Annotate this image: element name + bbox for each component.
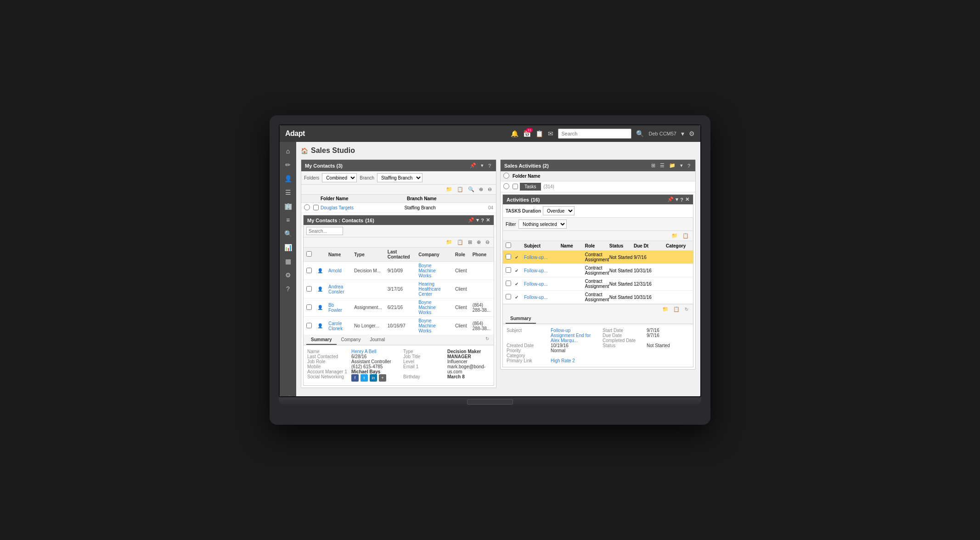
pin-btn[interactable]: 📌: [468, 162, 478, 169]
tasks-tab[interactable]: Tasks: [520, 183, 541, 191]
act-tbl-folder-btn[interactable]: 📁: [670, 232, 679, 239]
folder-checkbox[interactable]: [313, 205, 319, 210]
folder-name-link[interactable]: Douglas Targets: [321, 205, 404, 210]
act-subject[interactable]: Follow-up...: [524, 295, 561, 300]
act-row-checkbox[interactable]: [506, 267, 511, 273]
mail-icon[interactable]: ✉: [548, 130, 553, 137]
user-dropdown-icon[interactable]: ▾: [681, 130, 684, 137]
select-all-checkbox[interactable]: [306, 251, 312, 257]
sidebar-settings-icon[interactable]: ⚙: [283, 270, 293, 281]
help-btn[interactable]: ?: [487, 163, 492, 169]
contacts-search[interactable]: [306, 227, 343, 235]
act-subject[interactable]: Follow-up...: [524, 255, 561, 260]
contact-company[interactable]: Boyne Machine Works: [416, 262, 452, 280]
contact-company[interactable]: Boyne Machine Works: [416, 317, 452, 335]
other-social-icon[interactable]: +: [379, 374, 386, 382]
twitter-icon[interactable]: t: [360, 374, 368, 382]
folder-radio[interactable]: [304, 204, 310, 210]
sa-radio[interactable]: [503, 173, 509, 179]
act-row-checkbox[interactable]: [506, 254, 511, 259]
sidebar-list-icon[interactable]: ☰: [283, 187, 293, 198]
contact-name[interactable]: Arnold: [326, 262, 351, 280]
act-bot-folder-btn[interactable]: 📁: [661, 306, 670, 313]
sidebar-table-icon[interactable]: ▦: [283, 256, 293, 267]
sidebar-help-icon[interactable]: ?: [284, 283, 292, 294]
sa-down-btn[interactable]: ▾: [679, 162, 684, 169]
act-select-all[interactable]: [506, 242, 511, 248]
tbl-copy-btn[interactable]: 📋: [456, 239, 465, 246]
tbl-zoom-in-btn[interactable]: ⊕: [475, 239, 482, 246]
act-row-checkbox[interactable]: [506, 281, 511, 286]
refresh-btn[interactable]: ↻: [484, 335, 491, 345]
row-checkbox[interactable]: [306, 286, 312, 292]
inner-pin-btn[interactable]: 📌: [468, 217, 474, 223]
sum-subject-value[interactable]: Follow-up Assignment End for Alex Marqu.…: [551, 328, 593, 343]
tab-journal[interactable]: Journal: [365, 335, 389, 345]
sidebar-home-icon[interactable]: ⌂: [284, 146, 292, 157]
sidebar-expand-arrow[interactable]: ▶: [288, 393, 293, 397]
act-help-btn[interactable]: ?: [680, 197, 683, 202]
sa-tasks-radio[interactable]: [503, 183, 509, 189]
search-input[interactable]: [558, 129, 631, 139]
folders-select[interactable]: Combined: [322, 173, 357, 182]
act-subject[interactable]: Follow-up...: [524, 268, 561, 273]
name-value[interactable]: Henry A Bell: [351, 349, 376, 354]
settings-icon[interactable]: ⚙: [689, 130, 695, 137]
act-tbl-copy-btn[interactable]: 📋: [681, 232, 690, 239]
act-tab-summary[interactable]: Summary: [506, 314, 536, 324]
sidebar-search-icon[interactable]: 🔍: [282, 228, 294, 239]
zoom-in-btn[interactable]: ⊕: [478, 186, 484, 193]
sidebar-building-icon[interactable]: 🏢: [282, 201, 294, 212]
tasks-icon[interactable]: 📋: [535, 130, 543, 137]
row-checkbox-cell[interactable]: [304, 262, 315, 280]
row-checkbox[interactable]: [306, 323, 312, 328]
tab-summary[interactable]: Summary: [306, 335, 337, 345]
act-pin-btn[interactable]: 📌: [667, 197, 674, 202]
sidebar-edit-icon[interactable]: ✏: [283, 159, 293, 170]
inner-close-btn[interactable]: ✕: [486, 217, 490, 223]
filter-select[interactable]: Nothing selected: [518, 219, 567, 229]
contact-company[interactable]: Boyne Machine Works: [416, 298, 452, 317]
sa-folder-btn[interactable]: 📁: [668, 162, 677, 169]
row-checkbox[interactable]: [306, 304, 312, 310]
sidebar-people-icon[interactable]: 👤: [282, 173, 294, 184]
act-bot-copy-btn[interactable]: 📋: [672, 306, 681, 313]
linkedin-icon[interactable]: in: [370, 374, 377, 382]
tab-company[interactable]: Company: [337, 335, 366, 345]
act-refresh-btn[interactable]: ↻: [683, 306, 690, 313]
act-subject[interactable]: Follow-up...: [524, 281, 561, 287]
branch-select[interactable]: Staffing Branch: [377, 173, 422, 182]
tbl-folder-btn[interactable]: 📁: [445, 239, 454, 246]
search-submit-icon[interactable]: 🔍: [636, 130, 644, 137]
down-btn[interactable]: ▾: [479, 162, 485, 169]
act-row-checkbox[interactable]: [506, 294, 511, 299]
copy-icon-btn[interactable]: 📋: [456, 186, 465, 193]
search-icon-btn[interactable]: 🔍: [467, 186, 476, 193]
sum-primlink-value[interactable]: High Rate 2: [551, 358, 575, 363]
sidebar-chart-icon[interactable]: 📊: [282, 242, 294, 253]
row-checkbox-cell[interactable]: [304, 317, 315, 335]
tbl-zoom-out-btn[interactable]: ⊖: [484, 239, 491, 246]
sa-grid-btn[interactable]: ⊞: [650, 162, 657, 169]
row-checkbox-cell[interactable]: [304, 298, 315, 317]
contact-name[interactable]: Andrea Consler: [326, 280, 351, 298]
duration-select[interactable]: Overdue: [543, 206, 574, 215]
row-checkbox[interactable]: [306, 268, 312, 273]
zoom-out-btn[interactable]: ⊖: [486, 186, 493, 193]
sa-tasks-checkbox[interactable]: [513, 184, 518, 189]
inner-down-btn[interactable]: ▾: [476, 217, 479, 223]
contact-name[interactable]: Carole Clonek: [326, 317, 351, 335]
sidebar-menu-icon[interactable]: ≡: [284, 214, 292, 225]
inner-help-btn[interactable]: ?: [481, 218, 484, 223]
folder-icon-btn[interactable]: 📁: [445, 186, 454, 193]
sa-list-btn[interactable]: ☰: [659, 162, 666, 169]
tbl-search-btn[interactable]: ⊞: [467, 239, 473, 246]
row-checkbox-cell[interactable]: [304, 280, 315, 298]
contact-name[interactable]: Bb Fowler: [326, 298, 351, 317]
act-close-btn[interactable]: ✕: [685, 197, 689, 202]
calendar-icon[interactable]: 📅 31: [523, 130, 531, 137]
sa-help-btn[interactable]: ?: [686, 163, 692, 169]
act-down-btn[interactable]: ▾: [676, 197, 678, 202]
notifications-icon[interactable]: 🔔: [511, 130, 518, 137]
facebook-icon[interactable]: f: [351, 374, 359, 382]
